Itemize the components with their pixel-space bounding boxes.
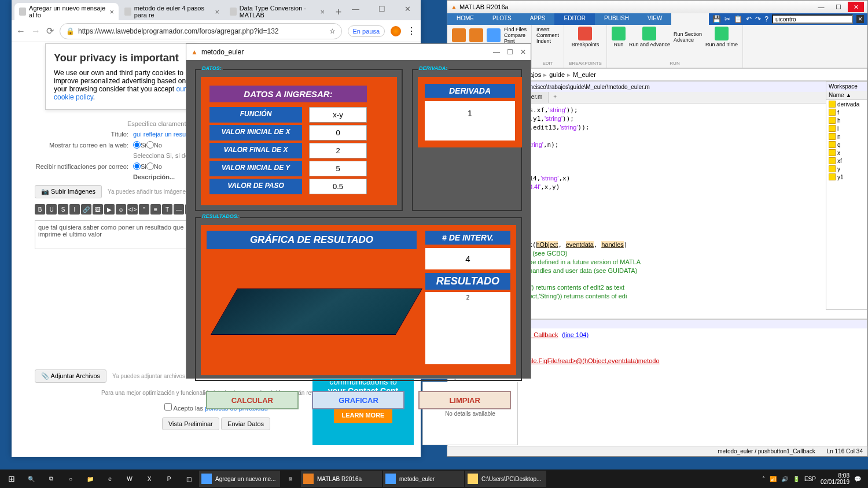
- italic-icon[interactable]: I: [69, 204, 80, 215]
- plots-tab[interactable]: PLOTS: [483, 13, 521, 25]
- ws-var[interactable]: x: [826, 149, 867, 157]
- calcular-button[interactable]: CALCULAR: [206, 391, 299, 409]
- network-icon[interactable]: 📶: [770, 476, 777, 482]
- ws-var[interactable]: y: [826, 165, 867, 173]
- firefox-icon[interactable]: [391, 26, 401, 36]
- redo-icon[interactable]: ↷: [755, 15, 761, 23]
- copy-icon[interactable]: 📋: [734, 15, 742, 23]
- maximize-icon[interactable]: ☐: [507, 48, 513, 56]
- home-tab[interactable]: HOME: [447, 13, 483, 25]
- tool-icon[interactable]: T: [162, 204, 172, 215]
- reload-icon[interactable]: ⟳: [46, 25, 54, 36]
- dropbox-icon[interactable]: ⧈: [281, 471, 300, 487]
- breakpoints-button[interactable]: Breakpoints: [569, 27, 602, 47]
- run-time-button[interactable]: Run and Time: [705, 27, 738, 47]
- menu-icon[interactable]: ⋮: [407, 25, 416, 36]
- run-section-button[interactable]: Run Section: [674, 31, 702, 37]
- tool-icon[interactable]: —: [174, 204, 184, 215]
- maximize-icon[interactable]: ☐: [830, 2, 847, 12]
- funcion-input[interactable]: x-y: [309, 107, 367, 123]
- si-radio-2[interactable]: [133, 162, 141, 170]
- workspace-header[interactable]: Name ▲: [826, 91, 867, 100]
- forward-icon[interactable]: →: [31, 26, 41, 36]
- attach-files-button[interactable]: 📎 Adjuntar Archivos: [35, 369, 106, 383]
- graficar-button[interactable]: GRAFICAR: [312, 391, 404, 409]
- pause-badge[interactable]: En pausa: [348, 25, 385, 37]
- undo-icon[interactable]: ↶: [746, 15, 752, 23]
- battery-icon[interactable]: 🔋: [793, 476, 800, 482]
- apps-tab[interactable]: APPS: [521, 13, 555, 25]
- crumb[interactable]: M_euler: [573, 71, 596, 78]
- accept-checkbox[interactable]: [164, 403, 172, 411]
- minimize-icon[interactable]: —: [813, 2, 829, 12]
- notifications-icon[interactable]: 💬: [854, 476, 861, 482]
- run-advance-button[interactable]: Run and Advance: [629, 27, 670, 47]
- no-radio[interactable]: [146, 141, 154, 149]
- tab-close-icon[interactable]: ×: [215, 8, 219, 16]
- ws-var[interactable]: h: [826, 116, 867, 124]
- comment-button[interactable]: Comment: [536, 32, 559, 38]
- search-clear-icon[interactable]: ×: [856, 15, 864, 23]
- address-bar[interactable]: 🔒https://www.lawebdelprogramador.com/for…: [60, 23, 342, 39]
- list-icon[interactable]: ≡: [150, 204, 161, 215]
- back-icon[interactable]: ←: [16, 26, 25, 36]
- start-button[interactable]: ⊞: [2, 471, 21, 487]
- crumb[interactable]: guide: [549, 71, 565, 78]
- yi-input[interactable]: 5: [309, 161, 367, 176]
- no-radio-2[interactable]: [146, 162, 154, 170]
- si-radio[interactable]: [133, 141, 141, 149]
- ppt-icon[interactable]: P: [160, 471, 178, 487]
- save-icon[interactable]: 💾: [712, 15, 721, 23]
- taskbar-matlab[interactable]: MATLAB R2016a: [301, 471, 382, 487]
- cortana-icon[interactable]: ○: [61, 471, 80, 487]
- ws-var[interactable]: derivada: [826, 100, 867, 108]
- app-icon[interactable]: ◫: [179, 471, 198, 487]
- ws-var[interactable]: q: [826, 141, 867, 149]
- minimize-icon[interactable]: —: [493, 48, 500, 56]
- tray-up-icon[interactable]: ˄: [762, 476, 765, 482]
- ws-var[interactable]: i: [826, 124, 867, 132]
- volume-icon[interactable]: 🔊: [781, 476, 788, 482]
- paso-input[interactable]: 0.5: [309, 179, 367, 194]
- close-icon[interactable]: ✕: [395, 0, 421, 17]
- ws-var[interactable]: n: [826, 132, 867, 141]
- edge-icon[interactable]: e: [101, 471, 119, 487]
- word-icon[interactable]: W: [120, 471, 139, 487]
- quote-icon[interactable]: ": [139, 204, 149, 215]
- link-icon[interactable]: 🔗: [81, 204, 91, 215]
- taskbar-explorer[interactable]: C:\Users\PC\Desktop...: [465, 471, 546, 487]
- insert-button[interactable]: Insert: [536, 27, 559, 32]
- underline-icon[interactable]: U: [46, 204, 57, 215]
- browser-tab-1[interactable]: metodo de euler 4 pasos para re×: [120, 3, 224, 20]
- search-icon[interactable]: 🔍: [22, 471, 41, 487]
- cut-icon[interactable]: ✂: [724, 15, 730, 23]
- taskbar-chrome[interactable]: Agregar un nuevo me...: [199, 471, 280, 487]
- image-icon[interactable]: 🖼: [93, 204, 103, 215]
- compare-button[interactable]: Compare: [504, 32, 527, 38]
- star-icon[interactable]: ☆: [329, 27, 336, 35]
- save-button[interactable]: [487, 28, 501, 42]
- clock-date[interactable]: 02/01/2019: [821, 479, 849, 485]
- upload-images-button[interactable]: 📷 Subir Imágenes: [35, 185, 102, 198]
- maximize-icon[interactable]: ☐: [369, 0, 395, 17]
- ws-var[interactable]: y1: [826, 173, 867, 181]
- minimize-icon[interactable]: —: [343, 0, 369, 17]
- limpiar-button[interactable]: LIMPIAR: [418, 391, 511, 409]
- xi-input[interactable]: 0: [309, 125, 367, 141]
- indent-button[interactable]: Indent: [536, 38, 559, 44]
- browser-tab-0[interactable]: Agregar un nuevo mensaje al fo×: [14, 3, 119, 20]
- excel-icon[interactable]: X: [140, 471, 159, 487]
- close-icon[interactable]: ✕: [520, 48, 526, 56]
- new-button[interactable]: [452, 28, 466, 42]
- add-file-tab[interactable]: +: [549, 92, 561, 103]
- ws-var[interactable]: xf: [826, 157, 867, 165]
- advance-button[interactable]: Advance: [674, 37, 702, 43]
- doc-search-input[interactable]: [772, 14, 853, 24]
- view-tab[interactable]: VIEW: [638, 13, 672, 25]
- close-icon[interactable]: ✕: [848, 2, 864, 12]
- help-icon[interactable]: ?: [764, 15, 768, 23]
- taskbar-figure[interactable]: metodo_euler: [383, 471, 464, 487]
- browser-tab-2[interactable]: Data Type Conversion - MATLAB×: [225, 3, 329, 20]
- task-view-icon[interactable]: ⧉: [42, 471, 60, 487]
- ws-var[interactable]: f: [826, 108, 867, 116]
